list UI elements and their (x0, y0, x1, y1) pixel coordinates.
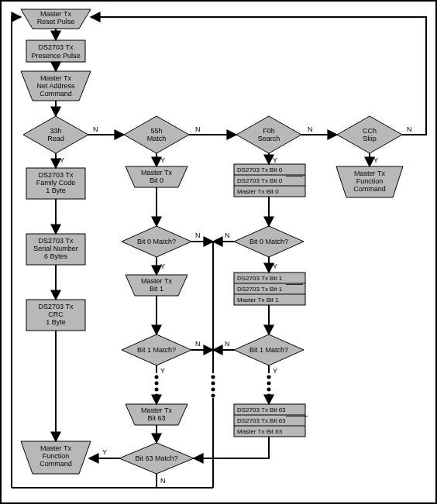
func2-l3: Command (353, 185, 386, 193)
dcch-l2: Skip (363, 135, 377, 142)
node-reset: Master Tx Reset Pulse (21, 9, 91, 29)
func1-l2: Function (43, 452, 70, 460)
d33h-l1: 33h (50, 127, 61, 135)
nsb0: N (225, 231, 230, 239)
sbits1-c: Master Tx Bit 1 (237, 297, 279, 303)
netaddr-l3: Command (40, 90, 72, 98)
family-l1: DS2703 Tx (39, 171, 74, 179)
mbit63-l2: Bit 63 (147, 414, 165, 422)
node-presence: DS2703 Tx Presence Pulse (26, 40, 85, 62)
yf0: Y (273, 156, 277, 164)
family-l3: 1 Byte (46, 187, 66, 194)
node-b63match: Bit 63 Match? (119, 443, 194, 474)
svg-point-43 (212, 394, 215, 398)
node-func2: Master Tx Function Command (336, 166, 403, 197)
crc-l3: 1 Byte (46, 318, 66, 326)
sb0match-l1: Bit 0 Match? (249, 238, 288, 245)
func2-l2: Function (356, 177, 384, 185)
sbits63-c: Master Tx Bit 63 (237, 428, 283, 435)
yb63: Y (102, 448, 107, 456)
sbits63-b: DS2703 Tx Bit 63 (237, 417, 286, 424)
sbits0-a: DS2703 Tx Bit 0 (237, 166, 283, 173)
mbit0-l1: Master Tx (141, 169, 172, 177)
reset-l1: Master Tx (40, 10, 71, 18)
svg-point-38 (267, 388, 271, 392)
node-func1: Master Tx Function Command (21, 441, 91, 474)
node-crc: DS2703 Tx CRC 1 Byte (26, 300, 85, 331)
serial-l2: Serial Number (33, 245, 78, 252)
netaddr-l1: Master Tx (40, 74, 71, 82)
svg-point-40 (212, 375, 215, 379)
b1match-l1: Bit 1 Match? (137, 346, 176, 354)
node-family: DS2703 Tx Family Code 1 Byte (26, 168, 85, 199)
dots-col2 (155, 375, 159, 398)
mbit1-l2: Bit 1 (150, 285, 163, 293)
mbit0-l2: Bit 0 (150, 177, 163, 184)
dcch-l1: CCh (363, 127, 377, 135)
node-b1match: Bit 1 Match? (122, 334, 191, 365)
y33: Y (60, 156, 64, 164)
ycc: Y (373, 156, 378, 164)
d55h-l2: Match (147, 135, 167, 142)
svg-point-37 (267, 382, 271, 386)
node-sbits0: DS2703 Tx Bit 0 DS2703 Tx Bit 0 Master T… (234, 164, 305, 197)
func1-l3: Command (40, 460, 72, 468)
svg-point-36 (267, 375, 271, 379)
node-netaddr: Master Tx Net Address Command (21, 71, 91, 101)
crc-l1: DS2703 Tx (39, 303, 74, 310)
sb1match-l1: Bit 1 Match? (249, 346, 288, 354)
node-sb1match: Bit 1 Match? (234, 334, 304, 365)
node-mbit1: Master Tx Bit 1 (126, 275, 188, 296)
node-55h: 55h Match (124, 116, 189, 153)
node-sbits63: DS2703 Tx Bit 63 DS2703 Tx Bit 63 Master… (234, 404, 308, 437)
b63match-l1: Bit 63 Match? (135, 454, 177, 462)
node-b0match: Bit 0 Match? (122, 226, 191, 257)
node-sb0match: Bit 0 Match? (234, 226, 304, 257)
df0h-l2: Search (258, 135, 280, 142)
svg-point-42 (212, 388, 215, 392)
presence-l1: DS2703 Tx (39, 43, 74, 51)
serial-l1: DS2703 Tx (39, 237, 74, 245)
svg-point-34 (155, 388, 159, 392)
family-l2: Family Code (36, 179, 76, 187)
n2: N (195, 125, 201, 133)
svg-point-39 (267, 394, 271, 398)
dots-mid (212, 375, 215, 398)
mbit1-l1: Master Tx (141, 277, 172, 285)
nb0: N (195, 231, 201, 239)
func1-l1: Master Tx (40, 444, 71, 452)
n1: N (93, 125, 98, 133)
crc-l2: CRC (48, 310, 64, 318)
nsb1: N (225, 340, 230, 348)
sbits0-b: DS2703 Tx Bit 0 (237, 177, 283, 184)
dots-col3 (267, 375, 271, 398)
nb63: N (160, 477, 166, 485)
reset-l2: Reset Pulse (37, 18, 75, 26)
sbits63-a: DS2703 Tx Bit 63 (237, 406, 286, 413)
df0h-l1: F0h (263, 127, 275, 135)
node-33h: 33h Read (23, 116, 88, 153)
sbits1-a: DS2703 Tx Bit 1 (237, 275, 283, 282)
ysb0: Y (273, 262, 277, 270)
svg-point-35 (155, 394, 159, 398)
sbits0-c: Master Tx Bit 0 (237, 188, 279, 195)
n4: N (407, 125, 412, 133)
node-f0h: F0h Search (236, 116, 301, 153)
node-mbit0: Master Tx Bit 0 (126, 166, 188, 187)
serial-l3: 6 Bytes (44, 252, 68, 260)
y55: Y (160, 156, 165, 164)
presence-l2: Presence Pulse (31, 52, 80, 60)
ysb1: Y (273, 367, 277, 375)
node-mbit63: Master Tx Bit 63 (126, 404, 188, 425)
netaddr-l2: Net Address (36, 82, 75, 90)
func2-l1: Master Tx (354, 170, 385, 177)
node-sbits1: DS2703 Tx Bit 1 DS2703 Tx Bit 1 Master T… (234, 273, 305, 305)
svg-point-41 (212, 382, 215, 386)
nb1: N (195, 340, 201, 348)
svg-point-33 (155, 382, 159, 386)
yb0: Y (160, 262, 165, 270)
n3: N (308, 125, 313, 133)
mbit63-l1: Master Tx (141, 406, 172, 414)
svg-point-32 (155, 375, 159, 379)
d33h-l2: Read (47, 135, 64, 142)
